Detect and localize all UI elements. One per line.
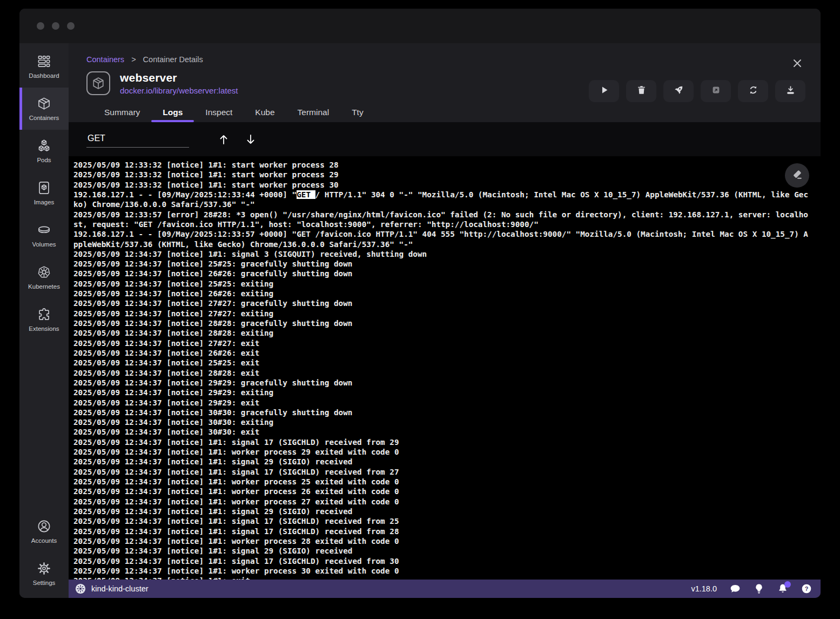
log-line: 2025/05/09 12:33:32 [notice] 1#1: start … [73,160,811,170]
dashboard-grid-icon [37,54,51,70]
log-line: 2025/05/09 12:34:37 [notice] 1#1: signal… [73,457,811,467]
volumes-disk-icon [37,223,51,238]
sidebar-item-kubernetes[interactable]: Kubernetes [19,256,69,298]
log-search-input[interactable] [86,131,189,148]
tab-tty[interactable]: Tty [340,103,375,122]
log-line: 2025/05/09 12:34:37 [notice] 1#1: worker… [73,536,811,546]
arrow-down-icon [244,138,257,148]
open-browser-button[interactable] [701,80,731,102]
sidebar-item-label: Settings [33,580,56,586]
search-match-highlight: GET [297,190,315,199]
log-line: 2025/05/09 12:34:37 [notice] 30#30: grac… [73,408,811,417]
breadcrumb-current: Container Details [143,55,203,64]
play-icon [599,85,609,97]
window-control-dot[interactable] [67,22,75,30]
sidebar-item-label: Accounts [31,537,57,544]
sidebar-item-accounts[interactable]: Accounts [19,510,69,553]
sidebar-item-settings[interactable]: Settings [19,553,69,595]
breadcrumb-containers-link[interactable]: Containers [86,55,124,64]
kube-context-item[interactable]: kind-kind-cluster [75,583,149,594]
details-tabs: Summary Logs Inspect Kube Terminal Tty [86,103,805,122]
sidebar-item-label: Kubernetes [28,283,60,290]
log-line: 2025/05/09 12:34:37 [notice] 1#1: worker… [73,477,811,487]
log-line: 2025/05/09 12:34:37 [notice] 1#1: signal… [73,437,811,447]
log-line: 2025/05/09 12:34:37 [notice] 29#29: exit [73,398,811,408]
tab-kube[interactable]: Kube [244,103,286,122]
sidebar-item-pods[interactable]: Pods [19,130,69,172]
window-control-dot[interactable] [52,22,59,30]
breadcrumb-separator: > [131,55,136,64]
kubernetes-wheel-icon [37,265,51,281]
log-line: 2025/05/09 12:34:37 [notice] 1#1: exit [73,576,811,580]
container-cube-icon [37,96,51,112]
download-icon [785,85,796,97]
titlebar [19,9,821,43]
chat-bubble-icon[interactable] [730,583,741,594]
lightbulb-icon[interactable] [754,583,764,594]
log-line: 2025/05/09 12:34:37 [notice] 28#28: exit [73,368,811,378]
tab-terminal[interactable]: Terminal [286,103,341,122]
sidebar-item-label: Containers [29,115,59,121]
log-line: 2025/05/09 12:34:37 [notice] 1#1: signal… [73,546,811,556]
container-cube-badge-icon [86,71,110,95]
sidebar-item-images[interactable]: Images [19,172,69,214]
cluster-name: kind-kind-cluster [91,584,149,593]
extensions-puzzle-icon [37,307,51,323]
app-window: Dashboard Containers Pods Images [19,9,821,598]
tab-inspect[interactable]: Inspect [194,103,244,122]
images-page-cube-icon [37,181,51,196]
search-next-match-button[interactable] [244,133,257,146]
help-icon[interactable]: ? [801,583,812,594]
container-image-link[interactable]: docker.io/library/webserver:latest [120,86,238,95]
log-line: 2025/05/09 12:34:37 [notice] 26#26: exit [73,348,811,358]
log-line: 192.168.127.1 - - [09/May/2025:12:33:57 … [73,229,811,249]
arrow-up-icon [217,138,230,148]
tab-summary[interactable]: Summary [93,103,151,122]
log-line: 2025/05/09 12:34:37 [notice] 1#1: signal… [73,249,811,259]
log-line: 2025/05/09 12:34:37 [notice] 29#29: exit… [73,388,811,397]
bell-icon[interactable] [777,583,788,594]
breadcrumb: Containers > Container Details [86,55,805,64]
content: Containers > Container Details webserver… [69,43,821,598]
notification-dot [784,581,791,588]
log-line: 2025/05/09 12:34:37 [notice] 27#27: grac… [73,298,811,308]
restart-button[interactable] [738,80,768,102]
clear-logs-button[interactable] [785,163,809,188]
log-line: 2025/05/09 12:34:37 [notice] 1#1: worker… [73,487,811,496]
app-version: v1.18.0 [691,584,717,593]
deploy-button[interactable] [663,80,694,102]
start-button[interactable] [589,80,619,102]
log-line: 2025/05/09 12:34:37 [notice] 27#27: exit… [73,309,811,318]
log-line: 2025/05/09 12:34:37 [notice] 30#30: exit [73,427,811,437]
log-line: 2025/05/09 12:34:37 [notice] 1#1: worker… [73,566,811,576]
sidebar-item-extensions[interactable]: Extensions [19,298,69,341]
log-line: 2025/05/09 12:34:37 [notice] 27#27: exit [73,338,811,348]
delete-button[interactable] [626,80,656,102]
accounts-user-icon [37,519,51,535]
sidebar-item-containers[interactable]: Containers [19,88,69,130]
container-actions-toolbar [589,80,805,102]
export-button[interactable] [775,80,805,102]
close-x-icon [791,62,803,71]
container-details-header: Containers > Container Details webserver… [69,43,821,122]
log-viewer[interactable]: 2025/05/09 12:33:32 [notice] 1#1: start … [69,156,821,580]
window-control-dot[interactable] [37,22,44,30]
sidebar: Dashboard Containers Pods Images [19,43,69,598]
log-line: 2025/05/09 12:34:37 [notice] 28#28: exit… [73,328,811,338]
log-line: 2025/05/09 12:33:32 [notice] 1#1: start … [73,170,811,179]
close-details-button[interactable] [791,57,803,69]
log-line: 2025/05/09 12:34:37 [notice] 1#1: signal… [73,556,811,566]
log-line: 2025/05/09 12:34:37 [notice] 26#26: grac… [73,269,811,278]
sidebar-item-dashboard[interactable]: Dashboard [19,45,69,88]
pods-cubes-icon [37,138,51,154]
log-line: 2025/05/09 12:34:37 [notice] 26#26: exit… [73,289,811,298]
tab-logs[interactable]: Logs [151,103,194,122]
log-search-bar [69,122,821,156]
log-line: 2025/05/09 12:33:57 [error] 28#28: *3 op… [73,210,811,230]
rocket-icon [674,85,684,97]
log-line: 2025/05/09 12:34:37 [notice] 30#30: exit… [73,417,811,427]
eraser-icon [791,169,803,183]
sidebar-item-volumes[interactable]: Volumes [19,214,69,256]
search-previous-match-button[interactable] [217,133,230,146]
sidebar-spacer [19,341,69,510]
